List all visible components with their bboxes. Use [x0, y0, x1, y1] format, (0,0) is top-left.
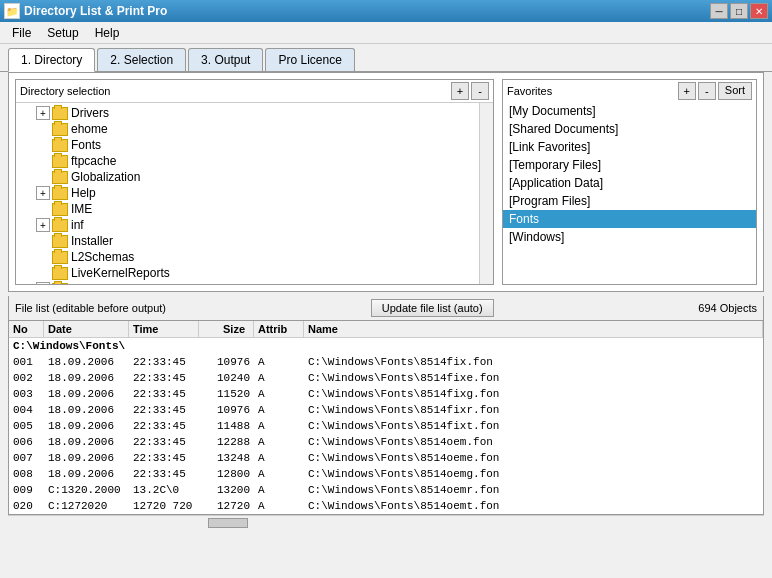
tab-pro-licence[interactable]: Pro Licence — [265, 48, 354, 71]
tree-item[interactable]: Globalization — [16, 169, 493, 185]
cell-no: 007 — [13, 450, 48, 466]
table-row[interactable]: 005 18.09.2006 22:33:45 11488 A C:\Windo… — [9, 418, 763, 434]
tree-scrollbar[interactable] — [479, 103, 493, 284]
cell-no: 009 — [13, 482, 48, 498]
menu-file[interactable]: File — [4, 24, 39, 42]
menu-bar: File Setup Help — [0, 22, 772, 44]
favorites-remove-btn[interactable]: - — [698, 82, 716, 100]
folder-icon — [52, 155, 68, 168]
tree-item[interactable]: Fonts — [16, 137, 493, 153]
close-button[interactable]: ✕ — [750, 3, 768, 19]
scroll-thumb[interactable] — [208, 518, 248, 528]
tree-expand-icon[interactable]: + — [36, 186, 50, 200]
favorites-title-bar: Favorites + - Sort — [503, 80, 756, 102]
tree-item-label: Help — [71, 186, 96, 200]
bottom-scrollbar[interactable] — [8, 515, 764, 529]
directory-remove-btn[interactable]: - — [471, 82, 489, 100]
cell-name: C:\Windows\Fonts\8514fix.fon — [308, 354, 759, 370]
directory-tree[interactable]: +DriversehomeFontsftpcacheGlobalization+… — [16, 102, 493, 284]
cell-time: 13.2C\0 — [133, 482, 203, 498]
table-row[interactable]: 009 C:1320.2000 13.2C\0 13200 A C:\Windo… — [9, 482, 763, 498]
window-title: Directory List & Print Pro — [24, 4, 167, 18]
tree-expand-icon[interactable]: + — [36, 106, 50, 120]
cell-no: 006 — [13, 434, 48, 450]
favorites-list[interactable]: [My Documents][Shared Documents][Link Fa… — [503, 102, 756, 284]
cell-size: 12288 — [203, 434, 258, 450]
menu-setup[interactable]: Setup — [39, 24, 86, 42]
menu-help[interactable]: Help — [87, 24, 128, 42]
cell-date: 18.09.2006 — [48, 370, 133, 386]
table-row[interactable]: 001 18.09.2006 22:33:45 10976 A C:\Windo… — [9, 354, 763, 370]
tree-item[interactable]: +Help — [16, 185, 493, 201]
favorites-item[interactable]: [My Documents] — [503, 102, 756, 120]
file-table-container[interactable]: No Date Time Size Attrib Name C:\Windows… — [8, 321, 764, 515]
minimize-button[interactable]: ─ — [710, 3, 728, 19]
favorites-panel-label: Favorites — [507, 85, 552, 97]
folder-icon — [52, 251, 68, 264]
app-icon: 📁 — [4, 3, 20, 19]
favorites-item[interactable]: [Temporary Files] — [503, 156, 756, 174]
table-row[interactable]: 003 18.09.2006 22:33:45 11520 A C:\Windo… — [9, 386, 763, 402]
cell-no: 001 — [13, 354, 48, 370]
tree-item-label: ftpcache — [71, 154, 116, 168]
directory-add-btn[interactable]: + — [451, 82, 469, 100]
col-header-name: Name — [304, 321, 763, 337]
table-column-headers: No Date Time Size Attrib Name — [9, 321, 763, 338]
folder-icon — [52, 139, 68, 152]
tree-expand-icon[interactable]: + — [36, 218, 50, 232]
col-header-attrib: Attrib — [254, 321, 304, 337]
tree-item[interactable]: +Logs — [16, 281, 493, 284]
tab-selection[interactable]: 2. Selection — [97, 48, 186, 71]
favorites-sort-btn[interactable]: Sort — [718, 82, 752, 100]
tab-directory[interactable]: 1. Directory — [8, 48, 95, 72]
table-row[interactable]: 004 18.09.2006 22:33:45 10976 A C:\Windo… — [9, 402, 763, 418]
tabs-bar: 1. Directory 2. Selection 3. Output Pro … — [0, 44, 772, 72]
tree-item[interactable]: LiveKernelReports — [16, 265, 493, 281]
cell-time: 22:33:45 — [133, 450, 203, 466]
cell-date: 18.09.2006 — [48, 402, 133, 418]
tree-item[interactable]: +Drivers — [16, 105, 493, 121]
tree-item-label: Logs — [71, 282, 97, 284]
table-row[interactable]: 002 18.09.2006 22:33:45 10240 A C:\Windo… — [9, 370, 763, 386]
favorites-add-btn[interactable]: + — [678, 82, 696, 100]
table-row[interactable]: 020 C:1272020 12720 720 12720 A C:\Windo… — [9, 498, 763, 514]
cell-attrib: A — [258, 434, 308, 450]
tree-item[interactable]: IME — [16, 201, 493, 217]
tree-item[interactable]: ehome — [16, 121, 493, 137]
table-row[interactable]: 007 18.09.2006 22:33:45 13248 A C:\Windo… — [9, 450, 763, 466]
update-file-list-btn[interactable]: Update file list (auto) — [371, 299, 494, 317]
table-row[interactable]: 006 18.09.2006 22:33:45 12288 A C:\Windo… — [9, 434, 763, 450]
col-header-size: Size — [199, 321, 254, 337]
col-header-no: No — [9, 321, 44, 337]
tree-expand-icon[interactable]: + — [36, 282, 50, 284]
favorites-item[interactable]: [Link Favorites] — [503, 138, 756, 156]
tree-item[interactable]: L2Schemas — [16, 249, 493, 265]
path-row: C:\Windows\Fonts\ — [9, 338, 763, 354]
cell-name: C:\Windows\Fonts\8514oemr.fon — [308, 482, 759, 498]
cell-size: 10240 — [203, 370, 258, 386]
cell-attrib: A — [258, 450, 308, 466]
tree-item[interactable]: Installer — [16, 233, 493, 249]
maximize-button[interactable]: □ — [730, 3, 748, 19]
folder-icon — [52, 283, 68, 285]
tree-item-label: IME — [71, 202, 92, 216]
directory-panel-label: Directory selection — [20, 85, 110, 97]
cell-no: 004 — [13, 402, 48, 418]
table-row[interactable]: 008 18.09.2006 22:33:45 12800 A C:\Windo… — [9, 466, 763, 482]
tab-output[interactable]: 3. Output — [188, 48, 263, 71]
favorites-item[interactable]: [Shared Documents] — [503, 120, 756, 138]
favorites-item[interactable]: [Program Files] — [503, 192, 756, 210]
cell-size: 10976 — [203, 402, 258, 418]
cell-time: 12720 720 — [133, 498, 203, 514]
cell-name: C:\Windows\Fonts\8514oemg.fon — [308, 466, 759, 482]
tree-item[interactable]: ftpcache — [16, 153, 493, 169]
cell-date: 18.09.2006 — [48, 466, 133, 482]
favorites-item[interactable]: [Application Data] — [503, 174, 756, 192]
title-bar: 📁 Directory List & Print Pro ─ □ ✕ — [0, 0, 772, 22]
cell-attrib: A — [258, 354, 308, 370]
favorites-item[interactable]: [Windows] — [503, 228, 756, 246]
tree-item-label: inf — [71, 218, 84, 232]
tree-item[interactable]: +inf — [16, 217, 493, 233]
favorites-item[interactable]: Fonts — [503, 210, 756, 228]
folder-icon — [52, 235, 68, 248]
